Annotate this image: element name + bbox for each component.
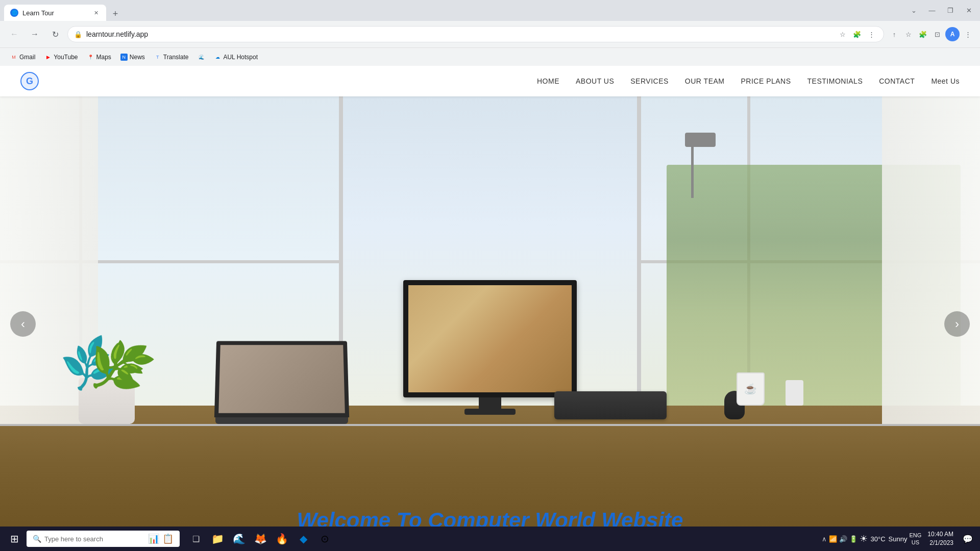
- site-header: G HOME ABOUT US SERVICES OUR TEAM PRICE …: [0, 66, 980, 96]
- nav-team[interactable]: OUR TEAM: [685, 77, 725, 85]
- curtain-right: [882, 96, 980, 424]
- taskbar-pinned-apps: ❑ 📁 🌊 🦊 🔥 ◆ ⊙: [186, 529, 335, 549]
- vscode-button[interactable]: ◆: [293, 529, 313, 549]
- maximize-button[interactable]: ❐: [943, 4, 958, 18]
- weather-temp: 30°C: [871, 535, 886, 543]
- nav-home[interactable]: HOME: [537, 77, 559, 85]
- weather-condition: Sunny: [889, 535, 908, 543]
- nav-testimonials[interactable]: TESTIMONIALS: [807, 77, 863, 85]
- laptop-base: [215, 417, 348, 424]
- nav-pricing[interactable]: PRICE PLANS: [741, 77, 791, 85]
- date-display: 2/1/2023: [927, 539, 953, 547]
- file-explorer-icon: 📁: [211, 533, 224, 545]
- star-icon[interactable]: ☆: [902, 28, 915, 40]
- taskbar: ⊞ 🔍 Type here to search 📊 📋 ❑ 📁 🌊 🦊 🔥: [0, 527, 980, 551]
- more-toolbar-icon[interactable]: ⋮: [962, 28, 974, 40]
- firefox-icon: 🔥: [276, 533, 288, 545]
- site-logo[interactable]: G: [20, 71, 51, 91]
- bookmark-news[interactable]: N News: [116, 52, 149, 63]
- weather-widget[interactable]: ☀ 30°C Sunny: [860, 533, 908, 544]
- extensions-toolbar-icon[interactable]: 🧩: [917, 28, 929, 40]
- logo-circle: G: [20, 72, 39, 90]
- bookmark-translate[interactable]: T Translate: [150, 52, 193, 63]
- tray-wifi-icon[interactable]: 🔊: [839, 535, 847, 543]
- bookmark-youtube[interactable]: ▶ YouTube: [40, 52, 82, 63]
- aul-label: AUL Hotspot: [223, 54, 258, 61]
- address-bar[interactable]: 🔒 learntour.netlify.app ☆ 🧩 ⋮: [67, 26, 884, 42]
- language-selector[interactable]: ENGUS: [909, 532, 921, 546]
- carousel-prev-button[interactable]: ‹: [10, 311, 36, 337]
- active-tab[interactable]: 🌐 Learn Tour ✕: [4, 5, 106, 21]
- monitor: [403, 280, 577, 415]
- keyboard: [554, 391, 667, 419]
- monitor-neck: [479, 397, 501, 409]
- file-explorer-button[interactable]: 📁: [207, 529, 228, 549]
- nav-services[interactable]: SERVICES: [630, 77, 669, 85]
- minimize-button[interactable]: ⌄: [906, 4, 921, 18]
- edge-favicon: 🌊: [198, 54, 205, 61]
- carousel-next-button[interactable]: ›: [944, 311, 970, 337]
- tray-network-icon[interactable]: 📶: [829, 535, 837, 543]
- more-icon[interactable]: ⋮: [865, 28, 877, 40]
- windows-icon: ⊞: [10, 533, 19, 545]
- monitor-screen: [403, 280, 577, 397]
- news-favicon: N: [120, 54, 128, 61]
- refresh-button[interactable]: ↻: [47, 26, 63, 42]
- nav-contact[interactable]: CONTACT: [879, 77, 915, 85]
- bookmark-gmail[interactable]: M Gmail: [6, 52, 39, 63]
- colorful-icon: 📊: [148, 533, 159, 544]
- gmail-label: Gmail: [19, 54, 35, 61]
- share-icon[interactable]: ↑: [888, 28, 900, 40]
- tray-up-icon[interactable]: ∧: [822, 535, 827, 543]
- window-controls: ⌄ — ❐ ✕: [906, 4, 976, 18]
- notification-center-button[interactable]: 💬: [960, 531, 976, 547]
- tray-battery-icon[interactable]: 🔋: [849, 535, 857, 543]
- desk-scene: 🌿 🌿 🌿: [0, 96, 980, 551]
- edge-button[interactable]: 🌊: [229, 529, 249, 549]
- lock-icon: 🔒: [74, 31, 82, 38]
- lamp: [670, 133, 716, 198]
- nav-meet[interactable]: Meet Us: [931, 77, 960, 85]
- extensions-icon[interactable]: 🧩: [851, 28, 863, 40]
- forward-button[interactable]: →: [27, 26, 43, 42]
- hero-section: 🌿 🌿 🌿: [0, 96, 980, 551]
- back-button[interactable]: ←: [6, 26, 22, 42]
- datetime-display[interactable]: 10:40 AM 2/1/2023: [923, 530, 958, 547]
- task-view-button[interactable]: ❑: [186, 529, 206, 549]
- minimize-button2[interactable]: —: [925, 4, 939, 18]
- maps-favicon: 📍: [87, 54, 94, 61]
- chrome-icon: ⊙: [321, 533, 329, 545]
- taskbar-search-box[interactable]: 🔍 Type here to search 📊 📋: [27, 531, 180, 547]
- toolbar-icons: ↑ ☆ 🧩 ⊡ A ⋮: [888, 27, 974, 41]
- bookmarks-bar: M Gmail ▶ YouTube 📍 Maps N News T Transl…: [0, 47, 980, 66]
- youtube-favicon: ▶: [44, 54, 52, 61]
- lamp-arm: [691, 147, 694, 198]
- bookmark-star-icon[interactable]: ☆: [837, 28, 849, 40]
- vscode-icon: ◆: [300, 533, 307, 545]
- notification-icon: 💬: [963, 534, 973, 544]
- mug: ☕: [737, 372, 765, 406]
- start-button[interactable]: ⊞: [4, 529, 24, 549]
- chrome-button[interactable]: ⊙: [314, 529, 335, 549]
- chart-icon: 📋: [162, 533, 174, 544]
- nav-about[interactable]: ABOUT US: [576, 77, 614, 85]
- task-view-icon: ❑: [192, 534, 200, 544]
- new-tab-button[interactable]: +: [108, 7, 122, 21]
- tab-favicon: 🌐: [10, 9, 18, 17]
- bookmark-edge[interactable]: 🌊: [193, 52, 209, 63]
- profile-avatar[interactable]: A: [945, 27, 960, 41]
- bookmark-maps[interactable]: 📍 Maps: [83, 52, 115, 63]
- close-button[interactable]: ✕: [962, 4, 976, 18]
- bing-button[interactable]: 🦊: [250, 529, 271, 549]
- aul-favicon: ☁: [214, 54, 221, 61]
- firefox-button[interactable]: 🔥: [272, 529, 292, 549]
- taskbar-system-tray: ∧ 📶 🔊 🔋 ☀ 30°C Sunny ENGUS 10:40 AM 2/1/…: [822, 530, 976, 547]
- edge-icon: 🌊: [233, 533, 246, 545]
- search-icon: 🔍: [33, 535, 41, 543]
- address-right-icons: ☆ 🧩 ⋮: [837, 28, 877, 40]
- bookmark-aul[interactable]: ☁ AUL Hotspot: [210, 52, 262, 63]
- split-icon[interactable]: ⊡: [931, 28, 943, 40]
- tab-title: Learn Tour: [22, 9, 88, 17]
- tab-close-button[interactable]: ✕: [92, 9, 100, 17]
- browser-frame: 🌐 Learn Tour ✕ + ⌄ — ❐ ✕ ← → ↻ 🔒 learnto…: [0, 0, 980, 551]
